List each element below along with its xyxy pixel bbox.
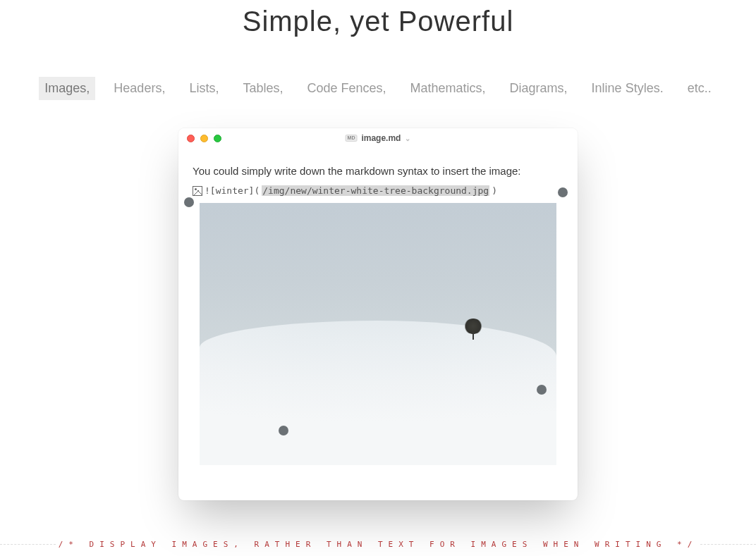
footer-right-marker: */	[677, 540, 697, 549]
chevron-down-icon[interactable]: ⌄	[405, 135, 410, 142]
traffic-lights	[187, 135, 221, 142]
tab-images[interactable]: Images,	[39, 77, 95, 100]
filename-text: image.md	[361, 133, 401, 143]
editor-area[interactable]: You could simply write down the markdown…	[178, 148, 578, 479]
app-window: md image.md ⌄ You could simply write dow…	[178, 128, 578, 500]
footer-text: DISPLAY IMAGES, RATHER THAN TEXT FOR IMA…	[90, 540, 667, 549]
resize-handle-bottom-left[interactable]	[279, 426, 288, 435]
tab-tables[interactable]: Tables,	[237, 77, 288, 100]
minimize-icon[interactable]	[200, 135, 208, 142]
winter-photo	[200, 203, 556, 465]
page-headline: Simple, yet Powerful	[0, 6, 756, 37]
syntax-path: /img/new/winter-white-tree-background.jp…	[262, 185, 489, 196]
window-titlebar: md image.md ⌄	[178, 128, 578, 148]
tab-inline-styles[interactable]: Inline Styles.	[586, 77, 669, 100]
resize-handle-bottom-right[interactable]	[537, 385, 547, 395]
close-icon[interactable]	[187, 135, 195, 142]
tree-icon	[463, 319, 483, 340]
markdown-syntax-line[interactable]: ![winter](/img/new/winter-white-tree-bac…	[193, 185, 563, 196]
window-filename: md image.md ⌄	[346, 133, 411, 143]
tab-mathematics[interactable]: Mathematics,	[405, 77, 492, 100]
filetype-badge: md	[346, 135, 358, 142]
resize-handle-top-right[interactable]	[558, 187, 568, 197]
inserted-image[interactable]	[200, 203, 556, 465]
tab-lists[interactable]: Lists,	[183, 77, 224, 100]
maximize-icon[interactable]	[214, 135, 221, 142]
resize-handle-top-left[interactable]	[184, 197, 194, 207]
syntax-suffix: )	[492, 185, 497, 196]
footer-caption: /* DISPLAY IMAGES, RATHER THAN TEXT FOR …	[0, 540, 756, 549]
tab-diagrams[interactable]: Diagrams,	[504, 77, 573, 100]
intro-text: You could simply write down the markdown…	[193, 165, 563, 177]
tab-code-fences[interactable]: Code Fences,	[301, 77, 391, 100]
tab-headers[interactable]: Headers,	[108, 77, 171, 100]
footer-left-marker: /*	[59, 540, 79, 549]
syntax-prefix: ![winter](	[205, 185, 260, 196]
image-icon	[193, 186, 202, 196]
tab-etc[interactable]: etc..	[682, 77, 717, 100]
feature-tabs: Images, Headers, Lists, Tables, Code Fen…	[0, 77, 756, 100]
